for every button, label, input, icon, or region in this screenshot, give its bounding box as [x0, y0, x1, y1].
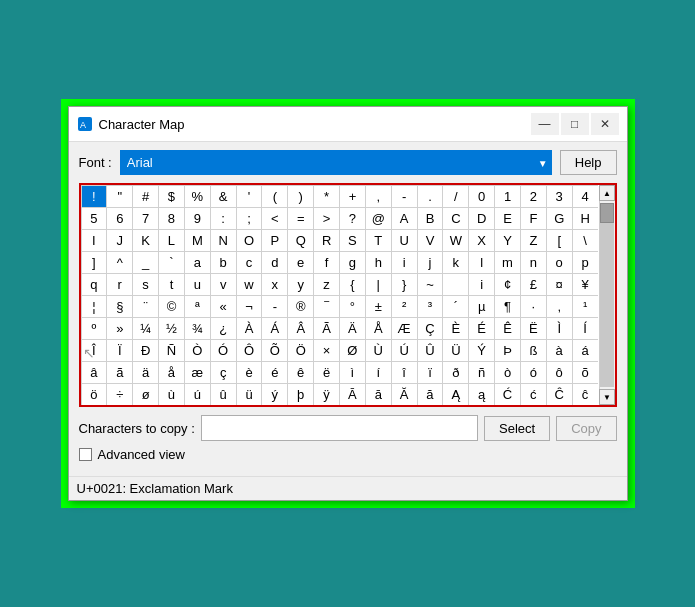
char-cell[interactable]: ¤ — [546, 273, 572, 295]
char-cell[interactable]: \ — [572, 229, 598, 251]
char-cell[interactable]: ß — [520, 339, 546, 361]
char-cell[interactable]: z — [313, 273, 339, 295]
char-cell[interactable]: m — [494, 251, 520, 273]
char-cell[interactable]: ą — [468, 383, 494, 405]
char-cell[interactable]: S — [339, 229, 365, 251]
char-cell[interactable]: × — [313, 339, 339, 361]
char-cell[interactable]: Î — [81, 339, 107, 361]
copy-input[interactable] — [201, 415, 478, 441]
char-cell[interactable]: Ò — [184, 339, 210, 361]
char-cell[interactable]: ² — [391, 295, 417, 317]
char-cell[interactable]: ¼ — [132, 317, 158, 339]
char-cell[interactable]: M — [184, 229, 210, 251]
char-cell[interactable]: 2 — [520, 185, 546, 207]
char-cell[interactable]: x — [261, 273, 287, 295]
char-cell[interactable]: å — [158, 361, 184, 383]
char-cell[interactable]: þ — [287, 383, 313, 405]
char-cell[interactable]: · — [520, 295, 546, 317]
char-cell[interactable]: Ê — [494, 317, 520, 339]
char-cell[interactable]: ^ — [106, 251, 132, 273]
char-cell[interactable]: ê — [287, 361, 313, 383]
char-cell[interactable]: | — [365, 273, 391, 295]
char-cell[interactable]: æ — [184, 361, 210, 383]
char-cell[interactable]: ć — [520, 383, 546, 405]
char-cell[interactable]: ¬ — [236, 295, 262, 317]
char-cell[interactable]: C — [442, 207, 468, 229]
char-cell[interactable]: ĉ — [572, 383, 598, 405]
char-cell[interactable]: ` — [158, 251, 184, 273]
scroll-up-arrow[interactable]: ▲ — [599, 185, 615, 201]
font-select[interactable]: Arial Times New Roman Courier New Verdan… — [120, 150, 552, 175]
char-cell[interactable]: Ü — [442, 339, 468, 361]
char-cell[interactable]: £ — [520, 273, 546, 295]
maximize-button[interactable]: □ — [561, 113, 589, 135]
char-cell[interactable]: Ø — [339, 339, 365, 361]
char-cell[interactable]: Ú — [391, 339, 417, 361]
char-cell[interactable]: 1 — [494, 185, 520, 207]
char-cell[interactable]: Ô — [236, 339, 262, 361]
char-cell[interactable]: ò — [494, 361, 520, 383]
char-cell[interactable]: ÷ — [106, 383, 132, 405]
char-cell[interactable]: e — [287, 251, 313, 273]
char-cell[interactable]: § — [106, 295, 132, 317]
select-button[interactable]: Select — [484, 416, 550, 441]
char-cell[interactable]: è — [236, 361, 262, 383]
char-cell[interactable]: ð — [442, 361, 468, 383]
char-cell[interactable]: á — [572, 339, 598, 361]
char-cell[interactable]: < — [261, 207, 287, 229]
char-cell[interactable]: ¥ — [572, 273, 598, 295]
char-cell[interactable]: ¹ — [572, 295, 598, 317]
char-cell[interactable]: Ù — [365, 339, 391, 361]
char-cell[interactable]: , — [365, 185, 391, 207]
char-cell[interactable]: P — [261, 229, 287, 251]
char-cell[interactable]: > — [313, 207, 339, 229]
char-cell[interactable]: é — [261, 361, 287, 383]
char-cell[interactable]: Ö — [287, 339, 313, 361]
char-cell[interactable]: Ï — [106, 339, 132, 361]
char-cell[interactable]: N — [210, 229, 236, 251]
char-cell[interactable]: ° — [339, 295, 365, 317]
char-cell[interactable]: Q — [287, 229, 313, 251]
char-cell[interactable]: 3 — [546, 185, 572, 207]
char-cell[interactable]: / — [442, 185, 468, 207]
char-cell[interactable]: ó — [520, 361, 546, 383]
char-cell[interactable]: ‾ — [313, 295, 339, 317]
char-cell[interactable]: 0 — [468, 185, 494, 207]
char-cell[interactable]: Ñ — [158, 339, 184, 361]
char-cell[interactable]: Õ — [261, 339, 287, 361]
char-cell[interactable]: Ì — [546, 317, 572, 339]
char-cell[interactable]: @ — [365, 207, 391, 229]
char-cell[interactable]: A — [391, 207, 417, 229]
char-cell[interactable]: Û — [417, 339, 443, 361]
char-cell[interactable]: î — [391, 361, 417, 383]
char-cell[interactable]: Ç — [417, 317, 443, 339]
char-cell[interactable]: p — [572, 251, 598, 273]
char-cell[interactable]: 9 — [184, 207, 210, 229]
char-cell[interactable]: Å — [365, 317, 391, 339]
char-cell[interactable]: ô — [546, 361, 572, 383]
char-cell[interactable]: = — [287, 207, 313, 229]
char-cell[interactable]: ' — [236, 185, 262, 207]
char-cell[interactable]: q — [81, 273, 107, 295]
char-cell[interactable]: J — [106, 229, 132, 251]
char-cell[interactable]: Ó — [210, 339, 236, 361]
char-cell[interactable]: ç — [210, 361, 236, 383]
char-cell[interactable]: j — [417, 251, 443, 273]
char-cell[interactable]: Ä — [339, 317, 365, 339]
char-cell[interactable]: ½ — [158, 317, 184, 339]
char-cell[interactable]: Ć — [494, 383, 520, 405]
char-cell[interactable]: Á — [261, 317, 287, 339]
char-cell[interactable]: " — [106, 185, 132, 207]
char-cell[interactable]: & — [210, 185, 236, 207]
char-cell[interactable]: o — [546, 251, 572, 273]
char-cell[interactable]: - — [391, 185, 417, 207]
char-cell[interactable]: ³ — [417, 295, 443, 317]
char-cell[interactable]: E — [494, 207, 520, 229]
char-cell[interactable]: K — [132, 229, 158, 251]
char-cell[interactable]: Þ — [494, 339, 520, 361]
char-cell[interactable]: ú — [184, 383, 210, 405]
char-cell[interactable]: Æ — [391, 317, 417, 339]
char-cell[interactable]: d — [261, 251, 287, 273]
char-cell[interactable]: i — [468, 273, 494, 295]
char-cell[interactable]: ü — [236, 383, 262, 405]
